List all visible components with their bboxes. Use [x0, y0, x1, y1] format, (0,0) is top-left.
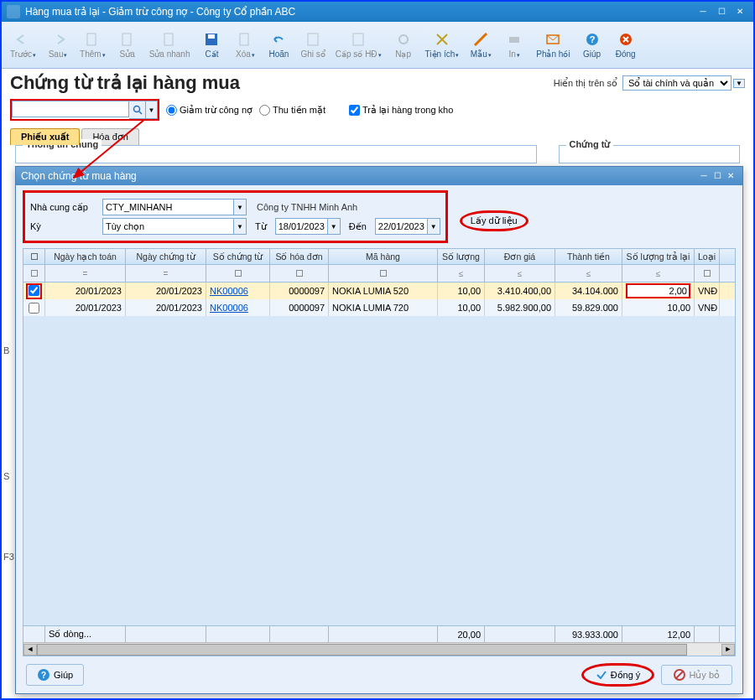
display-label: Hiển thị trên sổ — [554, 78, 617, 89]
row-checkbox[interactable] — [29, 285, 39, 296]
dlg-close[interactable]: ✕ — [724, 170, 737, 182]
col-sltl[interactable]: Số lượng trả lại — [622, 249, 695, 264]
maximize-button[interactable]: ☐ — [713, 6, 730, 18]
cancel-button[interactable]: Hủy bỏ — [661, 665, 732, 685]
undo-button[interactable]: Hoãn — [262, 23, 295, 66]
col-sct[interactable]: Số chứng từ — [206, 249, 270, 264]
print-button[interactable]: In▾ — [497, 23, 531, 66]
to-date[interactable]: ▼ — [375, 218, 440, 235]
chevron-down-icon[interactable]: ▼ — [233, 218, 247, 235]
from-date[interactable]: ▼ — [275, 218, 341, 235]
search-dropdown[interactable]: ▼ — [146, 101, 158, 119]
load-button[interactable]: Nạp — [387, 23, 420, 66]
col-date1[interactable]: Ngày hạch toán — [45, 249, 126, 264]
close-app-button[interactable]: Đóng — [609, 23, 643, 66]
prev-button[interactable]: Trước▾ — [5, 23, 41, 66]
check-icon — [596, 669, 607, 681]
tools-icon — [434, 31, 450, 48]
chk-stock[interactable]: Trả lại hàng trong kho — [349, 105, 453, 116]
refresh-icon — [395, 31, 412, 48]
col-mh[interactable]: Mã hàng — [329, 249, 438, 264]
period-combo[interactable]: ▼ — [102, 218, 247, 235]
return-qty-input[interactable] — [626, 283, 690, 298]
svg-rect-6 — [308, 34, 318, 45]
chevron-down-icon[interactable]: ▼ — [327, 218, 341, 235]
grid-header: Ngày hạch toán Ngày chứng từ Số chứng từ… — [23, 249, 735, 265]
svg-rect-9 — [509, 37, 519, 43]
supplier-input[interactable] — [102, 199, 233, 215]
period-input[interactable] — [102, 218, 233, 235]
col-dg[interactable]: Đơn giá — [485, 249, 555, 264]
arrow-right-icon — [49, 31, 66, 48]
display-select[interactable]: Sổ tài chính và quản trị — [622, 75, 732, 91]
help-icon: ? — [584, 31, 601, 48]
edit-button[interactable]: Sửa — [111, 23, 144, 66]
template-button[interactable]: Mẫu▾ — [464, 23, 497, 66]
supplier-label: Nhà cung cấp — [30, 202, 97, 213]
minimize-button[interactable]: ─ — [695, 6, 711, 18]
dialog-titlebar: Chọn chứng từ mua hàng ─ ☐ ✕ — [16, 167, 742, 185]
floppy-icon — [203, 31, 220, 48]
tab-phieu-xuat[interactable]: Phiếu xuất — [10, 128, 80, 145]
search-button[interactable] — [129, 101, 146, 119]
svg-line-15 — [139, 111, 142, 114]
printer-icon — [506, 31, 523, 48]
grid: Ngày hạch toán Ngày chứng từ Số chứng từ… — [23, 248, 736, 656]
radio-cash[interactable]: Thu tiền mặt — [259, 105, 325, 116]
chevron-down-icon[interactable]: ▼ — [233, 199, 247, 215]
grid-body: 20/01/2023 20/01/2023 NK00006 0000097 NO… — [23, 283, 735, 625]
dlg-maximize[interactable]: ☐ — [711, 170, 724, 182]
chevron-down-icon[interactable]: ▼ — [427, 218, 440, 235]
page-title: Chứng từ trả lại hàng mua — [10, 72, 554, 94]
col-sl[interactable]: Số lượng — [438, 249, 485, 264]
file-edit-icon — [119, 31, 136, 48]
col-loai[interactable]: Loại — [695, 249, 720, 264]
dialog-chon-chung-tu: Chọn chứng từ mua hàng ─ ☐ ✕ Nhà cung cấ… — [15, 166, 743, 694]
svg-rect-4 — [208, 34, 215, 39]
svg-text:?: ? — [41, 671, 46, 680]
file-flash-icon — [161, 31, 178, 48]
feedback-button[interactable]: Phản hồi — [531, 23, 575, 66]
svg-point-14 — [133, 106, 139, 112]
tabs: Phiếu xuất Hóa đơn — [2, 126, 753, 144]
page-header: Chứng từ trả lại hàng mua Hiển thị trên … — [2, 69, 753, 97]
ok-button[interactable]: Đồng ý — [581, 663, 655, 687]
write-button[interactable]: Ghi sổ — [295, 23, 330, 66]
table-row[interactable]: 20/01/2023 20/01/2023 NK00006 0000097 NO… — [23, 283, 735, 299]
display-dropdown-icon[interactable]: ▼ — [733, 79, 745, 88]
dlg-minimize[interactable]: ─ — [697, 170, 711, 182]
magnify-icon — [133, 105, 143, 115]
col-checkbox[interactable] — [23, 249, 45, 264]
voucher-link: NK00006 — [210, 286, 248, 296]
svg-rect-0 — [87, 34, 96, 45]
scroll-thumb[interactable] — [37, 644, 687, 656]
supplier-combo[interactable]: ▼ — [102, 199, 247, 215]
quickedit-button[interactable]: Sửa nhanh — [144, 23, 195, 66]
next-button[interactable]: Sau▾ — [41, 23, 75, 66]
row-checkbox[interactable] — [29, 303, 39, 314]
radio-debt[interactable]: Giảm trừ công nợ — [166, 105, 253, 116]
scroll-left-icon[interactable]: ◄ — [23, 644, 37, 656]
delete-button[interactable]: Xóa▾ — [228, 23, 262, 66]
group-chungtu: Chứng từ — [559, 145, 741, 163]
search-input[interactable] — [12, 101, 129, 117]
col-shd[interactable]: Số hóa đơn — [270, 249, 329, 264]
util-button[interactable]: Tiện ích▾ — [420, 23, 465, 66]
svg-rect-2 — [164, 34, 173, 45]
to-input[interactable] — [375, 218, 427, 235]
close-button[interactable]: ✕ — [732, 6, 748, 18]
horizontal-scrollbar[interactable]: ◄ ► — [23, 642, 735, 656]
col-tt[interactable]: Thành tiền — [555, 249, 622, 264]
numhd-button[interactable]: Cấp số HĐ▾ — [331, 23, 387, 66]
options-row: ▼ Giảm trừ công nợ Thu tiền mặt Trả lại … — [2, 97, 753, 126]
help-button[interactable]: ?Giúp — [575, 23, 609, 66]
add-button[interactable]: Thêm▾ — [75, 23, 111, 66]
col-date2[interactable]: Ngày chứng từ — [126, 249, 206, 264]
fetch-button[interactable]: Lấy dữ liệu — [460, 210, 528, 231]
save-button[interactable]: Cất — [195, 23, 228, 66]
table-row[interactable]: 20/01/2023 20/01/2023 NK00006 0000097 NO… — [23, 299, 735, 316]
scroll-right-icon[interactable]: ► — [721, 644, 735, 656]
dlg-help-button[interactable]: ? Giúp — [26, 664, 84, 686]
from-input[interactable] — [275, 218, 327, 235]
help-icon: ? — [37, 668, 50, 682]
